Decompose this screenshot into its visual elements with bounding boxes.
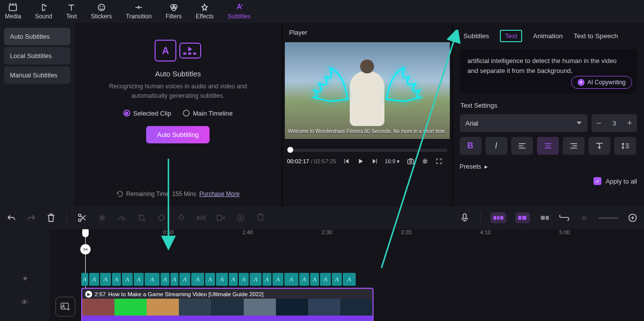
motion-track-icon[interactable] [235, 212, 246, 223]
magnet-left-button[interactable] [515, 212, 530, 223]
subtitle-segment[interactable]: A [229, 273, 238, 286]
time-ruler[interactable]: 0:50 1:40 2:30 3:20 4:10 5:00 [50, 229, 644, 243]
align-center-button[interactable] [537, 137, 559, 155]
visibility-icon[interactable]: 👁 [21, 298, 29, 307]
subtitle-segment[interactable]: A [112, 273, 121, 286]
freeze-frame-icon[interactable] [97, 212, 107, 223]
ai-copywriting-button[interactable]: ✦ AI Copywriting [571, 76, 632, 89]
zoom-out-slider[interactable]: ○ [579, 212, 590, 223]
fullscreen-icon[interactable] [435, 158, 442, 165]
step-back-icon[interactable] [343, 158, 350, 165]
align-left-button[interactable] [511, 137, 533, 155]
vertical-align-button[interactable] [589, 137, 610, 155]
play-icon[interactable] [357, 158, 364, 165]
aspect-ratio[interactable]: 16:9 ▾ [385, 158, 400, 165]
subtitle-segment[interactable]: A [299, 273, 309, 286]
subtitle-segment[interactable]: A [81, 273, 88, 286]
tab-media[interactable]: Media [5, 3, 21, 23]
subtitle-segment[interactable]: A [100, 273, 111, 286]
subtitle-segment[interactable]: A [145, 273, 160, 286]
purchase-more-link[interactable]: Purchase More [199, 191, 239, 197]
magnet-right-button[interactable] [539, 212, 550, 223]
subtitle-segment[interactable]: A [89, 273, 99, 286]
insp-tab-tts[interactable]: Text to Speech [574, 32, 618, 40]
zoom-slider[interactable] [598, 217, 618, 219]
snapshot-icon[interactable] [407, 158, 415, 165]
subtitle-segment[interactable]: A [250, 273, 262, 286]
subtitle-segment[interactable]: A [272, 273, 283, 286]
mic-icon[interactable] [459, 212, 470, 223]
subtitle-segment[interactable]: A [263, 273, 271, 286]
undo-icon[interactable] [6, 212, 17, 223]
delete-icon[interactable] [46, 212, 56, 223]
align-right-button[interactable] [563, 137, 585, 155]
subtitle-segment[interactable]: A [320, 273, 331, 286]
speed-icon[interactable] [116, 212, 127, 223]
color-icon[interactable] [176, 212, 187, 223]
svg-point-3 [100, 6, 101, 7]
mode-manual-subtitles[interactable]: Manual Subtitles [4, 66, 70, 84]
subtitle-segment[interactable]: A [343, 273, 356, 286]
playhead-split-icon[interactable]: ✂ [80, 244, 91, 255]
line-spacing-button[interactable] [614, 137, 636, 155]
subtitle-segment[interactable]: A [284, 273, 298, 286]
add-track-icon[interactable] [627, 212, 638, 223]
grid-icon[interactable] [422, 158, 429, 165]
tab-effects[interactable]: Effects [196, 3, 214, 23]
subtitle-segment[interactable]: A [191, 273, 204, 286]
fx-icon[interactable]: ✦ [22, 274, 28, 283]
decrease-button[interactable]: − [591, 114, 606, 132]
font-select[interactable]: Arial [460, 114, 588, 132]
svg-rect-21 [500, 216, 503, 220]
keyframe-icon[interactable] [156, 212, 167, 223]
video-preview[interactable]: Welcome to Wondershare Filmora 60 Second… [285, 42, 450, 139]
subtitle-track[interactable]: AAAAAAAAAAAAAAAAAAAAAAAA [81, 273, 356, 286]
insp-tab-text[interactable]: Text [500, 30, 522, 42]
tab-transition[interactable]: Transition [126, 3, 152, 23]
subtitle-segment[interactable]: A [134, 273, 144, 286]
tab-filters[interactable]: Filters [165, 3, 182, 23]
insp-tab-animation[interactable]: Animation [533, 32, 563, 40]
radio-selected-clip[interactable]: Selected Clip [123, 110, 171, 117]
subtitle-segment[interactable]: A [122, 273, 133, 286]
tab-text[interactable]: Text [66, 3, 77, 23]
subtitle-segment[interactable]: A [332, 273, 342, 286]
auto-subtitling-button[interactable]: Auto Subtitling [146, 126, 210, 143]
subtitle-segment[interactable]: A [179, 273, 190, 286]
crop-icon[interactable] [136, 212, 147, 223]
mode-local-subtitles[interactable]: Local Subtitles [4, 47, 70, 64]
subtitle-segment[interactable]: A [239, 273, 249, 286]
add-media-button[interactable] [55, 297, 75, 317]
mode-auto-subtitles[interactable]: Auto Subtitles [4, 28, 70, 45]
audio-detach-icon[interactable] [215, 212, 226, 223]
ripple-button[interactable] [490, 212, 506, 223]
redo-icon[interactable] [26, 212, 37, 223]
bold-button[interactable]: B [460, 137, 482, 155]
subtitle-segment[interactable]: A [216, 273, 228, 286]
tab-subtitles[interactable]: Subtitles [227, 3, 250, 23]
format-buttons: B I [460, 137, 638, 155]
marker-icon[interactable] [255, 212, 266, 223]
insp-tab-subtitles[interactable]: Subtitles [464, 32, 489, 40]
subtitle-segment[interactable]: A [310, 273, 319, 286]
radio-main-timeline[interactable]: Main Timeline [183, 110, 232, 117]
subtitle-segment[interactable]: A [170, 273, 178, 286]
svg-point-4 [103, 6, 103, 7]
subtitle-segment[interactable]: A [205, 273, 215, 286]
italic-button[interactable]: I [485, 137, 507, 155]
playhead-handle[interactable] [82, 229, 89, 237]
tab-stickers[interactable]: Stickers [91, 3, 112, 23]
video-clip[interactable]: ▶ 2:57 How to Make a Game Streaming Vide… [81, 288, 374, 321]
tab-sound[interactable]: Sound [35, 3, 53, 23]
split-icon[interactable] [77, 212, 88, 223]
subtitle-text-area[interactable]: artificial intelligence to detect the hu… [460, 49, 638, 94]
player-scrubber[interactable] [287, 149, 447, 152]
ruler-tick: 1:40 [242, 229, 253, 235]
increase-button[interactable]: + [622, 114, 637, 132]
step-forward-icon[interactable] [371, 158, 378, 165]
subtitle-segment[interactable]: A [161, 273, 169, 286]
checkbox-checked-icon[interactable]: ✓ [593, 177, 601, 185]
presets-row[interactable]: Presets ▸ [460, 163, 638, 170]
mirror-icon[interactable] [196, 212, 207, 223]
link-icon[interactable] [559, 212, 570, 223]
